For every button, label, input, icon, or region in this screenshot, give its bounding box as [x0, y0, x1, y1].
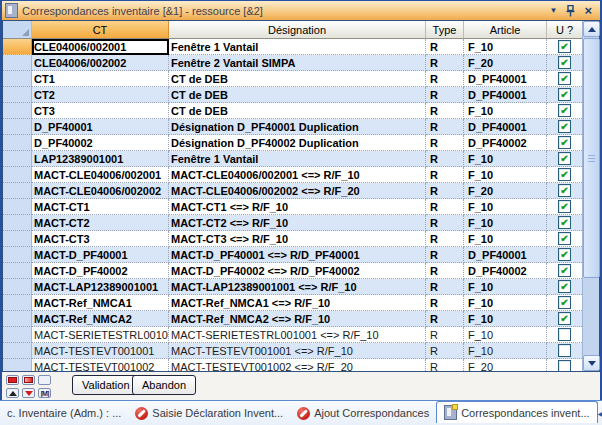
- cell-article[interactable]: F_10: [464, 343, 547, 359]
- column-header-ct[interactable]: CT: [32, 21, 169, 39]
- cell-ct[interactable]: MACT-CT3: [32, 231, 169, 247]
- row-header[interactable]: [3, 55, 32, 71]
- table-row[interactable]: D_PF40001Désignation D_PF40001 Duplicati…: [3, 119, 582, 135]
- cell-type[interactable]: R: [426, 183, 464, 199]
- cell-type[interactable]: R: [426, 71, 464, 87]
- cell-designation[interactable]: MACT-Ref_NMCA2 <=> R/F_10: [169, 311, 426, 327]
- abandon-button[interactable]: Abandon: [132, 375, 196, 395]
- table-row[interactable]: CLE04006/002001Fenêtre 1 VantailRF_10✔: [3, 39, 582, 55]
- cell-type[interactable]: R: [426, 247, 464, 263]
- table-row[interactable]: MACT-Ref_NMCA1MACT-Ref_NMCA1 <=> R/F_10R…: [3, 295, 582, 311]
- table-row[interactable]: MACT-D_PF40002MACT-D_PF40002 <=> R/D_PF4…: [3, 263, 582, 279]
- cell-u[interactable]: ✔: [547, 151, 582, 167]
- cell-type[interactable]: R: [426, 151, 464, 167]
- cell-designation[interactable]: CT de DEB: [169, 87, 426, 103]
- checkbox[interactable]: ✔: [558, 168, 571, 181]
- cell-u[interactable]: ✔: [547, 295, 582, 311]
- cell-u[interactable]: ✔: [547, 39, 582, 55]
- cell-designation[interactable]: MACT-TESTEVT001002 <=> R/F_20: [169, 359, 426, 371]
- cell-ct[interactable]: MACT-TESTEVT001002: [32, 359, 169, 371]
- cell-u[interactable]: ✔: [547, 199, 582, 215]
- cell-article[interactable]: D_PF40001: [464, 119, 547, 135]
- checkbox[interactable]: ✔: [558, 200, 571, 213]
- checkbox[interactable]: ✔: [558, 248, 571, 261]
- tab-saisie-d-claration-invent[interactable]: Saisie Déclaration Invent...: [128, 404, 290, 423]
- red-down-triangle-button[interactable]: [22, 388, 35, 398]
- cell-type[interactable]: R: [426, 311, 464, 327]
- checkbox[interactable]: ✔: [558, 72, 571, 85]
- checkbox[interactable]: ✔: [558, 264, 571, 277]
- cell-article[interactable]: F_10: [464, 311, 547, 327]
- cell-ct[interactable]: MACT-CLE04006/002002: [32, 183, 169, 199]
- cell-article[interactable]: F_10: [464, 103, 547, 119]
- table-row[interactable]: D_PF40002Désignation D_PF40002 Duplicati…: [3, 135, 582, 151]
- cell-type[interactable]: R: [426, 279, 464, 295]
- cell-type[interactable]: R: [426, 55, 464, 71]
- row-header[interactable]: [3, 359, 32, 371]
- cell-article[interactable]: F_10: [464, 231, 547, 247]
- cell-u[interactable]: ✔: [547, 71, 582, 87]
- cell-article[interactable]: F_10: [464, 279, 547, 295]
- row-header[interactable]: [3, 183, 32, 199]
- cell-type[interactable]: R: [426, 359, 464, 371]
- cell-designation[interactable]: MACT-D_PF40001 <=> R/D_PF40001: [169, 247, 426, 263]
- row-header[interactable]: [3, 343, 32, 359]
- cell-type[interactable]: R: [426, 119, 464, 135]
- cell-ct[interactable]: MACT-Ref_NMCA1: [32, 295, 169, 311]
- checkbox[interactable]: ✔: [558, 232, 571, 245]
- cell-type[interactable]: R: [426, 167, 464, 183]
- cell-ct[interactable]: MACT-LAP12389001001: [32, 279, 169, 295]
- cell-designation[interactable]: Fenêtre 1 Vantail: [169, 151, 426, 167]
- row-header[interactable]: [3, 247, 32, 263]
- cell-u[interactable]: ✔: [547, 103, 582, 119]
- cell-u[interactable]: ✔: [547, 183, 582, 199]
- cell-type[interactable]: R: [426, 343, 464, 359]
- tab-scroll-left-icon[interactable]: ◀: [598, 408, 602, 419]
- row-header[interactable]: [3, 327, 32, 343]
- blank-button[interactable]: [38, 375, 51, 385]
- tab-correspondances-invent[interactable]: Correspondances invent...: [436, 401, 597, 423]
- checkbox[interactable]: ✔: [558, 40, 571, 53]
- checkbox[interactable]: ✔: [558, 136, 571, 149]
- row-header[interactable]: [3, 311, 32, 327]
- cell-article[interactable]: F_20: [464, 183, 547, 199]
- cell-article[interactable]: F_20: [464, 55, 547, 71]
- cell-designation[interactable]: Désignation D_PF40001 Duplication: [169, 119, 426, 135]
- row-header[interactable]: [3, 167, 32, 183]
- cell-article[interactable]: F_10: [464, 151, 547, 167]
- cell-u[interactable]: [547, 359, 582, 371]
- row-header[interactable]: [3, 263, 32, 279]
- cell-type[interactable]: R: [426, 103, 464, 119]
- table-row[interactable]: MACT-CT1MACT-CT1 <=> R/F_10RF_10✔: [3, 199, 582, 215]
- table-row[interactable]: MACT-CLE04006/002002MACT-CLE04006/002002…: [3, 183, 582, 199]
- checkbox[interactable]: ✔: [558, 280, 571, 293]
- table-row[interactable]: MACT-CT3MACT-CT3 <=> R/F_10RF_10✔: [3, 231, 582, 247]
- checkbox[interactable]: [558, 360, 571, 371]
- table-row[interactable]: LAP12389001001Fenêtre 1 VantailRF_10✔: [3, 151, 582, 167]
- cell-u[interactable]: [547, 327, 582, 343]
- cell-type[interactable]: R: [426, 215, 464, 231]
- cell-article[interactable]: F_10: [464, 327, 547, 343]
- cell-designation[interactable]: CT de DEB: [169, 71, 426, 87]
- close-button[interactable]: ×: [584, 4, 592, 17]
- table-row[interactable]: MACT-SERIETESTRL001001MACT-SERIETESTRL00…: [3, 327, 582, 343]
- select-all-corner[interactable]: [3, 21, 32, 39]
- cell-designation[interactable]: MACT-CLE04006/002001 <=> R/F_10: [169, 167, 426, 183]
- cell-ct[interactable]: MACT-TESTEVT001001: [32, 343, 169, 359]
- cell-ct[interactable]: MACT-CT2: [32, 215, 169, 231]
- cell-ct[interactable]: CLE04006/002001: [32, 39, 169, 55]
- row-header[interactable]: [3, 87, 32, 103]
- cell-u[interactable]: ✔: [547, 279, 582, 295]
- cell-u[interactable]: [547, 343, 582, 359]
- checkbox[interactable]: ✔: [558, 120, 571, 133]
- pin-button[interactable]: [566, 4, 575, 17]
- table-row[interactable]: MACT-TESTEVT001002MACT-TESTEVT001002 <=>…: [3, 359, 582, 371]
- tab-ajout-correspondances[interactable]: Ajout Correspondances: [290, 404, 436, 423]
- column-header-designation[interactable]: Désignation: [169, 21, 426, 39]
- cell-ct[interactable]: MACT-CLE04006/002001: [32, 167, 169, 183]
- cell-designation[interactable]: MACT-CT2 <=> R/F_10: [169, 215, 426, 231]
- cell-u[interactable]: ✔: [547, 215, 582, 231]
- cell-u[interactable]: ✔: [547, 135, 582, 151]
- table-row[interactable]: MACT-CT2MACT-CT2 <=> R/F_10RF_10✔: [3, 215, 582, 231]
- cell-ct[interactable]: CT3: [32, 103, 169, 119]
